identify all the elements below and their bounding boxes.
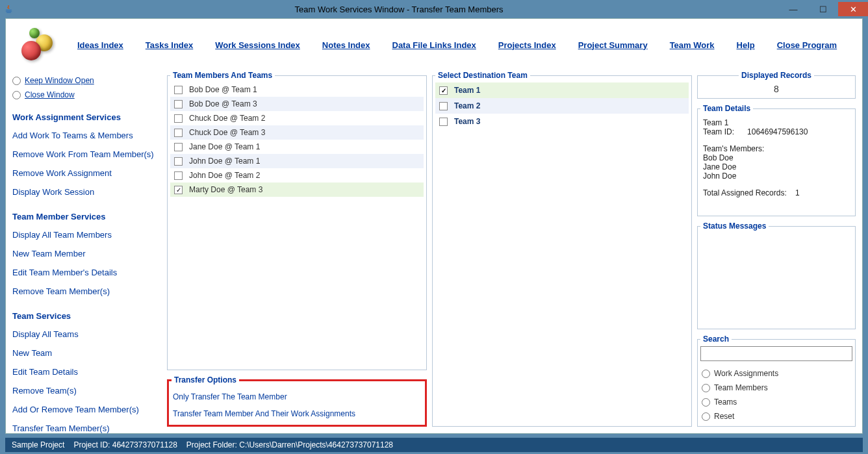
minimize-button[interactable]: — <box>778 2 808 16</box>
checkbox-icon[interactable] <box>174 129 183 137</box>
menu-help[interactable]: Help <box>737 40 755 50</box>
checkbox-icon[interactable] <box>174 157 183 166</box>
menu-notes-index[interactable]: Notes Index <box>322 40 370 50</box>
title-bar: Team Work Services Window - Transfer Tea… <box>0 0 868 18</box>
menu-bar: Ideas Index Tasks Index Work Sessions In… <box>6 19 862 71</box>
menu-close-program[interactable]: Close Program <box>777 40 837 50</box>
close-button[interactable]: ✕ <box>838 2 868 16</box>
members-list: Bob Doe @ Team 1Bob Doe @ Team 3Chuck Do… <box>170 82 424 367</box>
member-label: Jane Doe @ Team 1 <box>189 142 260 151</box>
member-row[interactable]: Jane Doe @ Team 1 <box>170 140 424 154</box>
member-label: Bob Doe @ Team 1 <box>189 85 257 94</box>
checkbox-icon[interactable] <box>174 86 183 94</box>
search-reset-radio[interactable]: Reset <box>700 409 852 423</box>
remove-work-assignment-link[interactable]: Remove Work Assignment <box>12 165 162 181</box>
detail-team-id-label: Team ID: <box>703 127 734 136</box>
member-row[interactable]: John Doe @ Team 1 <box>170 154 424 168</box>
checkbox-icon[interactable] <box>174 100 183 108</box>
status-messages-body <box>700 233 852 326</box>
details-scrollbar[interactable] <box>842 116 852 213</box>
close-window-radio[interactable]: Close Window <box>12 89 162 101</box>
transfer-members-link[interactable]: Transfer Team Member(s) <box>12 420 162 433</box>
displayed-records-panel: Displayed Records 8 <box>697 71 856 99</box>
checkbox-icon[interactable] <box>439 118 448 126</box>
close-window-label: Close Window <box>25 90 75 99</box>
menu-tasks-index[interactable]: Tasks Index <box>146 40 193 50</box>
detail-team-name: Team 1 <box>703 118 839 127</box>
team-member-services-heading: Team Member Services <box>12 212 162 221</box>
menu-project-summary[interactable]: Project Summary <box>578 40 648 50</box>
checkbox-icon[interactable] <box>174 143 183 151</box>
add-work-link[interactable]: Add Work To Teams & Members <box>12 127 162 144</box>
search-teams-radio[interactable]: Teams <box>700 395 852 409</box>
member-label: Chuck Doe @ Team 3 <box>189 128 265 137</box>
menu-projects-index[interactable]: Projects Index <box>498 40 556 50</box>
new-team-link[interactable]: New Team <box>12 345 162 361</box>
edit-team-member-link[interactable]: Edit Team Member's Details <box>12 264 162 281</box>
menu-data-file-links-index[interactable]: Data File Links Index <box>392 40 476 50</box>
window-buttons: — ☐ ✕ <box>778 2 868 16</box>
maximize-button[interactable]: ☐ <box>808 2 838 16</box>
app-frame: Ideas Index Tasks Index Work Sessions In… <box>5 18 863 434</box>
checkbox-icon[interactable] <box>439 102 448 110</box>
destination-row[interactable]: Team 2 <box>435 98 689 114</box>
keep-window-open-label: Keep Window Open <box>25 76 94 85</box>
work-assignment-heading: Work Assignment Services <box>12 112 162 122</box>
remove-work-from-members-link[interactable]: Remove Work From Team Member(s) <box>12 146 162 162</box>
checkbox-icon[interactable] <box>174 171 183 180</box>
search-work-label: Work Assignments <box>714 369 778 378</box>
details-scrollbar-thumb[interactable] <box>843 116 852 194</box>
edit-team-details-link[interactable]: Edit Team Details <box>12 364 162 380</box>
member-row[interactable]: John Doe @ Team 2 <box>170 168 424 183</box>
search-team-members-radio[interactable]: Team Members <box>700 381 852 395</box>
status-project-id: 464273737071128 <box>112 440 177 449</box>
detail-total-records-label: Total Assigned Records: <box>703 188 787 197</box>
destination-label: Team 3 <box>454 117 480 126</box>
search-work-assignments-radio[interactable]: Work Assignments <box>700 366 852 381</box>
member-label: Chuck Doe @ Team 2 <box>189 114 265 123</box>
team-details-legend: Team Details <box>700 104 753 113</box>
member-label: John Doe @ Team 1 <box>189 157 260 166</box>
status-bar: Sample Project Project ID: 4642737370711… <box>5 438 863 452</box>
detail-total-records-val: 1 <box>795 188 800 197</box>
team-members-and-teams-panel: Team Members And Teams Bob Doe @ Team 1B… <box>167 71 427 370</box>
search-legend: Search <box>700 334 732 344</box>
search-members-label: Team Members <box>714 383 768 392</box>
menu-team-work[interactable]: Team Work <box>670 40 715 50</box>
keep-window-open-radio[interactable]: Keep Window Open <box>12 75 162 86</box>
display-work-session-link[interactable]: Display Work Session <box>12 184 162 200</box>
detail-members-label: Team's Members: <box>703 144 839 153</box>
display-all-teams-link[interactable]: Display All Teams <box>12 326 162 342</box>
member-row[interactable]: ✓Marty Doe @ Team 3 <box>170 183 424 197</box>
only-transfer-member-link[interactable]: Only Transfer The Team Member <box>172 388 422 405</box>
destination-label: Team 2 <box>454 101 480 110</box>
detail-member-1: Bob Doe <box>703 153 839 162</box>
menu-work-sessions-index[interactable]: Work Sessions Index <box>215 40 300 50</box>
menu-ideas-index[interactable]: Ideas Index <box>77 40 123 50</box>
team-services-heading: Team Services <box>12 311 162 321</box>
checkbox-icon[interactable] <box>174 114 183 123</box>
checkbox-icon[interactable]: ✓ <box>439 86 448 95</box>
team-details-panel: Team Details Team 1 Team ID: 10646947596… <box>697 104 856 216</box>
member-row[interactable]: Chuck Doe @ Team 2 <box>170 111 424 125</box>
display-all-members-link[interactable]: Display All Team Members <box>12 227 162 243</box>
checkbox-icon[interactable]: ✓ <box>174 186 183 194</box>
member-label: Marty Doe @ Team 3 <box>189 185 262 194</box>
remove-team-members-link[interactable]: Remove Team Member(s) <box>12 283 162 299</box>
member-label: John Doe @ Team 2 <box>189 171 260 180</box>
destination-list: ✓Team 1Team 2Team 3 <box>435 82 689 129</box>
status-project-id-label: Project ID: <box>73 440 112 449</box>
status-project-folder: C:\Users\Darren\Projects\464273737071128 <box>239 440 393 449</box>
search-input[interactable] <box>700 346 852 361</box>
destination-row[interactable]: ✓Team 1 <box>435 82 689 98</box>
search-reset-label: Reset <box>714 412 734 421</box>
new-team-member-link[interactable]: New Team Member <box>12 246 162 262</box>
destination-row[interactable]: Team 3 <box>435 114 689 129</box>
status-project-name: Sample Project <box>12 440 64 449</box>
add-remove-members-link[interactable]: Add Or Remove Team Member(s) <box>12 401 162 418</box>
member-row[interactable]: Bob Doe @ Team 1 <box>170 82 424 97</box>
remove-teams-link[interactable]: Remove Team(s) <box>12 383 162 399</box>
member-row[interactable]: Bob Doe @ Team 3 <box>170 97 424 111</box>
transfer-member-and-work-link[interactable]: Transfer Team Member And Their Work Assi… <box>172 405 422 422</box>
member-row[interactable]: Chuck Doe @ Team 3 <box>170 125 424 140</box>
